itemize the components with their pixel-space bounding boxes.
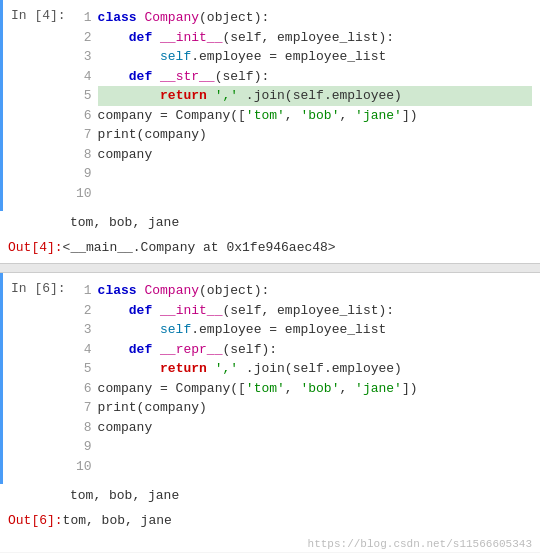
out-label-2: Out[6]: — [0, 513, 63, 528]
cell-divider — [0, 263, 540, 273]
watermark: https://blog.csdn.net/s11566605343 — [0, 536, 540, 552]
cell-label-1: In [4]: — [3, 0, 70, 211]
code-line: company — [98, 418, 532, 438]
line-numbers-2: 12345678910 — [70, 273, 98, 484]
code-line: def __init__(self, employee_list): — [98, 28, 532, 48]
code-lines-1: class Company(object): def __init__(self… — [98, 0, 540, 211]
out-row-2: Out[6]:tom, bob, jane — [0, 511, 540, 536]
code-line: self.employee = employee_list — [98, 47, 532, 67]
code-line: company — [98, 145, 532, 165]
cell-input-1: In [4]:12345678910class Company(object):… — [0, 0, 540, 211]
code-line: return ',' .join(self.employee) — [98, 86, 532, 106]
line-numbers-1: 12345678910 — [70, 0, 98, 211]
code-line: company = Company(['tom', 'bob', 'jane']… — [98, 106, 532, 126]
out-label-1: Out[4]: — [0, 240, 63, 255]
out-value-2: tom, bob, jane — [63, 513, 172, 528]
code-lines-2: class Company(object): def __init__(self… — [98, 273, 540, 484]
cell-stdout-1: tom, bob, jane — [0, 211, 540, 238]
code-line: self.employee = employee_list — [98, 320, 532, 340]
code-line: def __init__(self, employee_list): — [98, 301, 532, 321]
code-line: return ',' .join(self.employee) — [98, 359, 532, 379]
code-line: def __repr__(self): — [98, 340, 532, 360]
code-line: class Company(object): — [98, 8, 532, 28]
cell-2: In [6]:12345678910class Company(object):… — [0, 273, 540, 536]
cell-label-2: In [6]: — [3, 273, 70, 484]
out-row-1: Out[4]:<__main__.Company at 0x1fe946aec4… — [0, 238, 540, 263]
notebook: In [4]:12345678910class Company(object):… — [0, 0, 540, 552]
cell-1: In [4]:12345678910class Company(object):… — [0, 0, 540, 263]
code-line: print(company) — [98, 125, 532, 145]
cell-stdout-2: tom, bob, jane — [0, 484, 540, 511]
code-line: company = Company(['tom', 'bob', 'jane']… — [98, 379, 532, 399]
code-line: class Company(object): — [98, 281, 532, 301]
code-line: def __str__(self): — [98, 67, 532, 87]
code-line: print(company) — [98, 398, 532, 418]
cell-input-2: In [6]:12345678910class Company(object):… — [0, 273, 540, 484]
out-value-1: <__main__.Company at 0x1fe946aec48> — [63, 240, 336, 255]
